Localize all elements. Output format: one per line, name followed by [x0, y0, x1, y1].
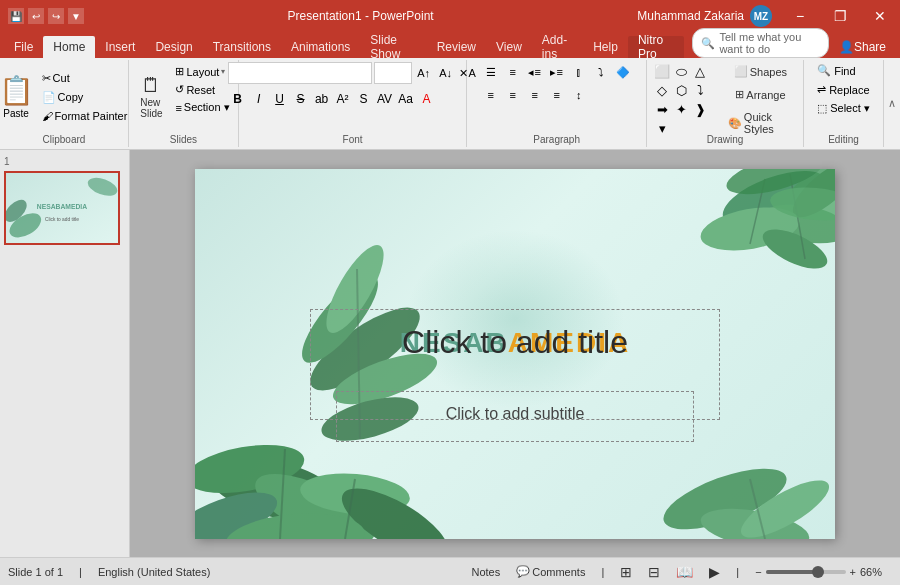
slide-thumb-content: NESABAMEDIA Click to add title [6, 173, 118, 243]
text-direction-button[interactable]: ⤵ [591, 62, 611, 82]
shape-btn-2[interactable]: ⬭ [672, 63, 690, 81]
slideshow-icon[interactable]: ▶ [709, 564, 720, 580]
decrease-font-button[interactable]: A↓ [436, 63, 456, 83]
format-painter-button[interactable]: 🖌 Format Painter [38, 108, 132, 124]
copy-icon: 📄 [42, 91, 56, 104]
bullets-button[interactable]: ☰ [481, 62, 501, 82]
increase-font-button[interactable]: A↑ [414, 63, 434, 83]
canvas-area: NESABAMEDIA Click to add title Click to … [130, 150, 900, 557]
svg-text:NESABAMEDIA: NESABAMEDIA [37, 203, 87, 210]
zoom-level[interactable]: 66% [860, 566, 892, 578]
tab-insert[interactable]: Insert [95, 36, 145, 58]
quick-access-toolbar[interactable]: 💾 ↩ ↪ ▼ [8, 8, 84, 24]
shapes-button[interactable]: ⬜ Shapes [724, 62, 797, 81]
spacing-button[interactable]: AV [375, 89, 395, 109]
convert-to-smartart-button[interactable]: 🔷 [613, 62, 633, 82]
shape-btn-4[interactable]: ◇ [653, 82, 671, 100]
comments-icon: 💬 [516, 565, 530, 578]
slide-number: 1 [4, 156, 125, 167]
shape-chevron[interactable]: ❱ [691, 101, 709, 119]
line-spacing-button[interactable]: ↕ [569, 85, 589, 105]
paste-button[interactable]: 📋 Paste [0, 72, 36, 121]
bold-button[interactable]: B [228, 89, 248, 109]
shape-btn-3[interactable]: △ [691, 63, 709, 81]
editing-label: Editing [804, 134, 883, 145]
align-center-button[interactable]: ≡ [503, 85, 523, 105]
search-icon: 🔍 [701, 37, 715, 50]
shape-btn-6[interactable]: ⤵ [691, 82, 709, 100]
collapse-ribbon-button[interactable]: ∧ [884, 60, 900, 147]
zoom-slider[interactable] [766, 570, 846, 574]
slide-panel: 1 NESABAMEDIA Click to add [0, 150, 130, 557]
slides-label: Slides [129, 134, 238, 145]
restore-button[interactable]: ❐ [820, 0, 860, 32]
align-right-button[interactable]: ≡ [525, 85, 545, 105]
numbering-button[interactable]: ≡ [503, 62, 523, 82]
tab-slideshow[interactable]: Slide Show [360, 36, 426, 58]
increase-indent-button[interactable]: ▸≡ [547, 62, 567, 82]
editing-group: 🔍 Find ⇌ Replace ⬚ Select ▾ Editing [804, 60, 884, 147]
tab-file[interactable]: File [4, 36, 43, 58]
normal-view-icon[interactable]: ⊞ [620, 564, 632, 580]
slide-thumbnail[interactable]: NESABAMEDIA Click to add title [4, 171, 120, 245]
share-button[interactable]: 👤 Share [829, 36, 896, 58]
svg-text:Click to add title: Click to add title [45, 217, 79, 222]
tab-review[interactable]: Review [427, 36, 486, 58]
font-family-input[interactable] [228, 62, 372, 84]
slide-sorter-icon[interactable]: ⊟ [648, 564, 660, 580]
tab-design[interactable]: Design [145, 36, 202, 58]
zoom-slider-thumb[interactable] [812, 566, 824, 578]
tab-home[interactable]: Home [43, 36, 95, 58]
layout-button[interactable]: ⊞ Layout ▾ [171, 63, 233, 80]
superscript-button[interactable]: A² [333, 89, 353, 109]
copy-button[interactable]: 📄 Copy [38, 89, 132, 106]
replace-button[interactable]: ⇌ Replace [813, 81, 874, 98]
tell-me-text: Tell me what you want to do [719, 31, 820, 55]
columns-button[interactable]: ⫿ [569, 62, 589, 82]
align-left-button[interactable]: ≡ [481, 85, 501, 105]
subscript-button[interactable]: ab [312, 89, 332, 109]
tab-addins[interactable]: Add-ins [532, 36, 583, 58]
tab-transitions[interactable]: Transitions [203, 36, 281, 58]
cut-button[interactable]: ✂ Cut [38, 70, 132, 87]
reset-button[interactable]: ↺ Reset [171, 81, 233, 98]
select-button[interactable]: ⬚ Select ▾ [813, 100, 874, 117]
notes-button[interactable]: Notes [471, 566, 500, 578]
arrange-button[interactable]: ⊞ Arrange [724, 85, 797, 104]
justify-button[interactable]: ≡ [547, 85, 567, 105]
language-status[interactable]: English (United States) [98, 566, 211, 578]
underline-button[interactable]: U [270, 89, 290, 109]
slide[interactable]: NESABAMEDIA Click to add title Click to … [195, 169, 835, 539]
tab-animations[interactable]: Animations [281, 36, 360, 58]
undo-icon[interactable]: ↩ [28, 8, 44, 24]
tab-view[interactable]: View [486, 36, 532, 58]
customize-icon[interactable]: ▼ [68, 8, 84, 24]
tab-help[interactable]: Help [583, 36, 628, 58]
strikethrough-button[interactable]: S [291, 89, 311, 109]
close-button[interactable]: ✕ [860, 0, 900, 32]
shadow-button[interactable]: S [354, 89, 374, 109]
shape-btn-7[interactable]: ➡ [653, 101, 671, 119]
font-size-input[interactable] [374, 62, 412, 84]
shape-btn-8[interactable]: ✦ [672, 101, 690, 119]
comments-button[interactable]: 💬 Comments [516, 565, 585, 578]
find-button[interactable]: 🔍 Find [813, 62, 874, 79]
reading-view-icon[interactable]: 📖 [676, 564, 693, 580]
paragraph-label: Paragraph [467, 134, 646, 145]
tab-nitro[interactable]: Nitro Pro [628, 36, 685, 58]
shape-btn-1[interactable]: ⬜ [653, 63, 671, 81]
ribbon: 📋 Paste ✂ Cut 📄 Copy 🖌 Format Painter Cl… [0, 58, 900, 150]
tell-me-box[interactable]: 🔍 Tell me what you want to do [692, 28, 829, 58]
clipboard-group: 📋 Paste ✂ Cut 📄 Copy 🖌 Format Painter Cl… [0, 60, 129, 147]
zoom-out-button[interactable]: − [755, 566, 761, 578]
section-button[interactable]: ≡ Section ▾ [171, 99, 233, 116]
shape-btn-5[interactable]: ⬡ [672, 82, 690, 100]
zoom-in-button[interactable]: + [850, 566, 856, 578]
italic-button[interactable]: I [249, 89, 269, 109]
font-color-button[interactable]: A [417, 89, 437, 109]
save-icon[interactable]: 💾 [8, 8, 24, 24]
change-case-button[interactable]: Aa [396, 89, 416, 109]
new-slide-button[interactable]: 🗒 NewSlide [133, 72, 169, 122]
redo-icon[interactable]: ↪ [48, 8, 64, 24]
decrease-indent-button[interactable]: ◂≡ [525, 62, 545, 82]
